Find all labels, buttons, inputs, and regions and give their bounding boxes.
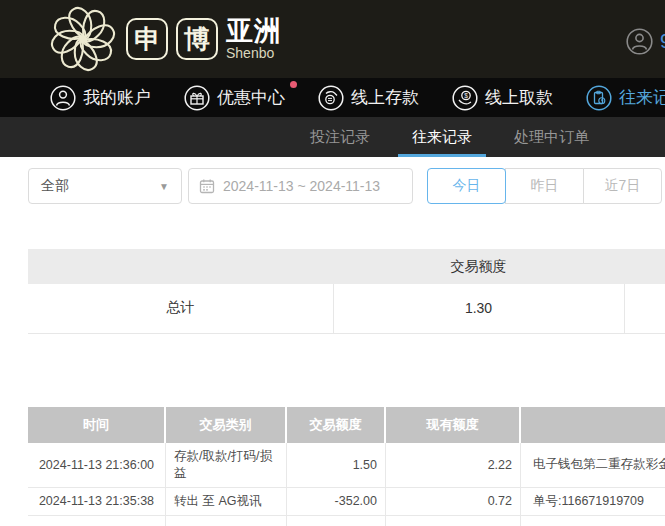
avatar-icon — [626, 28, 653, 55]
brand-subtitle: Shenbo — [226, 46, 282, 61]
nav-item-transaction-records[interactable]: 往来记录 — [586, 85, 665, 111]
records-icon — [586, 85, 612, 111]
tab-betting-records[interactable]: 投注记录 — [296, 117, 384, 157]
deposit-icon — [318, 85, 344, 111]
nav-item-deposit[interactable]: 线上存款 — [318, 85, 419, 111]
last7days-button[interactable]: 近7日 — [583, 168, 662, 204]
date-range-value: 2024-11-13 ~ 2024-11-13 — [223, 178, 380, 194]
account-icon — [50, 85, 76, 111]
summary-header-amount: 交易额度 — [333, 249, 624, 284]
chevron-down-icon: ▼ — [159, 181, 169, 192]
nav-label: 我的账户 — [83, 86, 151, 109]
record-amount: -352.00 — [287, 488, 386, 516]
nav-label: 线上取款 — [485, 86, 553, 109]
record-balance: 2.22 — [386, 443, 521, 488]
nav-item-withdraw[interactable]: $ 线上取款 — [452, 85, 553, 111]
transaction-records-page: 申 博 亚洲 Shenbo 9 我的账户 — [0, 0, 665, 526]
record-type: 转出 至 AG视讯 — [166, 488, 287, 516]
lotus-flower-icon — [50, 6, 116, 72]
calendar-icon — [199, 178, 215, 194]
summary-total-label: 总计 — [28, 284, 333, 333]
records-header-row: 时间 交易类别 交易额度 现有额度 — [28, 407, 665, 443]
col-header-amount: 交易额度 — [287, 407, 386, 443]
records-tab-bar: 投注记录 往来记录 处理中订单 — [0, 117, 665, 157]
brand-char-shen: 申 — [126, 18, 168, 60]
record-remark: 电子钱包第二重存款彩金 — [521, 443, 665, 488]
brand-logo[interactable]: 申 博 亚洲 Shenbo — [50, 6, 282, 72]
main-navigation: 我的账户 优惠中心 线上存款 — [0, 78, 665, 117]
username-text: 9 — [660, 30, 665, 53]
withdraw-icon: $ — [452, 85, 478, 111]
svg-text:$: $ — [464, 92, 468, 99]
nav-label: 线上存款 — [351, 86, 419, 109]
col-header-remark — [521, 407, 665, 443]
record-amount: 1.50 — [287, 443, 386, 488]
tab-transaction-records[interactable]: 往来记录 — [398, 117, 486, 157]
col-header-balance: 现有额度 — [386, 407, 521, 443]
quick-date-buttons: 今日 昨日 近7日 — [427, 168, 662, 204]
tab-pending-orders[interactable]: 处理中订单 — [500, 117, 603, 157]
summary-header-empty2 — [624, 249, 665, 284]
table-row: 2024-11-13 21:36:00 存款/取款/打码/损益 1.50 2.2… — [28, 443, 665, 488]
summary-total-value: 1.30 — [333, 284, 624, 333]
user-account-area[interactable]: 9 — [626, 28, 665, 55]
record-time: 2024-11-13 21:36:00 — [28, 443, 166, 488]
records-table: 时间 交易类别 交易额度 现有额度 2024-11-13 21:36:00 存款… — [28, 407, 665, 526]
date-range-input[interactable]: 2024-11-13 ~ 2024-11-13 — [188, 168, 413, 204]
category-select-value: 全部 — [41, 177, 69, 195]
brand-name-boxes: 申 博 — [126, 18, 218, 60]
filter-row: 全部 ▼ 2024-11-13 ~ 2024-11-13 今日 昨日 近7日 — [28, 168, 665, 204]
nav-item-promotions[interactable]: 优惠中心 — [184, 85, 285, 111]
record-balance: 0.72 — [386, 488, 521, 516]
notification-dot — [290, 81, 297, 88]
nav-label: 优惠中心 — [217, 86, 285, 109]
table-row-clipped — [28, 516, 665, 526]
brand-region-label: 亚洲 — [226, 17, 282, 45]
yesterday-button[interactable]: 昨日 — [505, 168, 584, 204]
col-header-type: 交易类别 — [166, 407, 287, 443]
category-select[interactable]: 全部 ▼ — [28, 168, 182, 204]
nav-label: 往来记录 — [619, 86, 665, 109]
brand-char-bo: 博 — [176, 18, 218, 60]
table-row: 2024-11-13 21:35:38 转出 至 AG视讯 -352.00 0.… — [28, 488, 665, 516]
gift-icon — [184, 85, 210, 111]
summary-header-empty — [28, 249, 333, 284]
record-time: 2024-11-13 21:35:38 — [28, 488, 166, 516]
today-button[interactable]: 今日 — [427, 168, 506, 204]
brand-region-block: 亚洲 Shenbo — [226, 17, 282, 60]
brand-header: 申 博 亚洲 Shenbo 9 — [0, 0, 665, 78]
summary-total-row: 总计 1.30 — [28, 284, 665, 333]
record-remark: 单号:116671919709 — [521, 488, 665, 516]
col-header-time: 时间 — [28, 407, 166, 443]
summary-total-empty — [624, 284, 665, 333]
nav-item-my-account[interactable]: 我的账户 — [50, 85, 151, 111]
record-type: 存款/取款/打码/损益 — [166, 443, 287, 488]
summary-header-row: 交易额度 — [28, 249, 665, 284]
summary-table: 交易额度 总计 1.30 — [28, 249, 665, 334]
